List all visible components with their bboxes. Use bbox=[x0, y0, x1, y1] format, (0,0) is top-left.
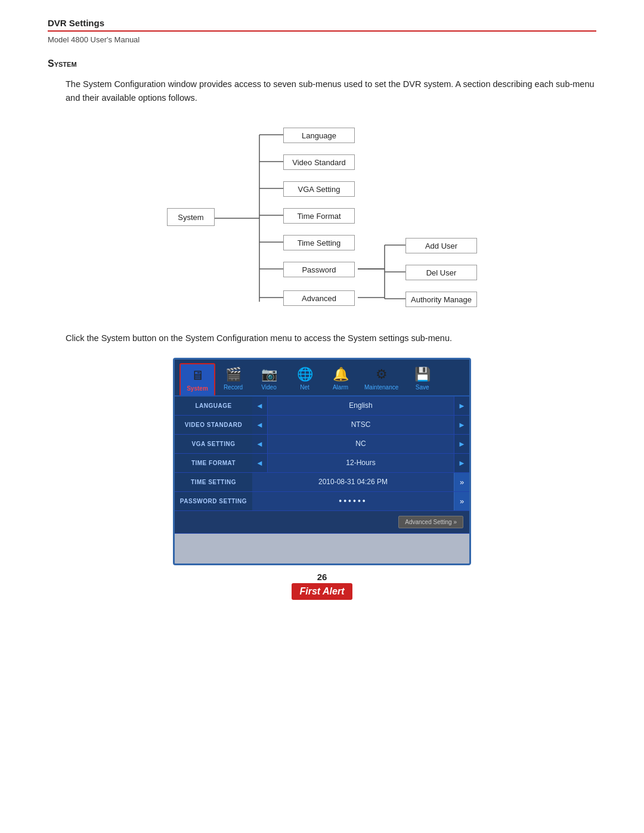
section-heading: System bbox=[48, 58, 596, 69]
dvr-screenshot: 🖥 System 🎬 Record 📷 Video 🌐 Net 🔔 bbox=[48, 358, 596, 565]
value-time-format: 12-Hours bbox=[268, 454, 454, 472]
value-vga-setting: NC bbox=[268, 435, 454, 453]
diagram-subitem-add-user: Add User bbox=[405, 238, 477, 253]
header-title: DVR Settings bbox=[48, 18, 596, 28]
value-language: English bbox=[268, 397, 454, 415]
alarm-icon: 🔔 bbox=[330, 366, 351, 383]
diagram-item-advanced: Advanced bbox=[283, 290, 355, 306]
language-left-arrow[interactable]: ◄ bbox=[252, 397, 268, 415]
nav-video-label: Video bbox=[261, 384, 276, 391]
time-format-right-arrow[interactable]: ► bbox=[454, 454, 469, 472]
row-language: LANGUAGE ◄ English ► bbox=[175, 397, 469, 416]
maintenance-icon: ⚙ bbox=[371, 366, 392, 383]
label-vga-setting: VGA SETTING bbox=[175, 435, 252, 453]
system-icon: 🖥 bbox=[187, 367, 208, 385]
value-time-setting: 2010-08-31 04:26 PM bbox=[252, 473, 454, 491]
net-icon: 🌐 bbox=[294, 366, 315, 383]
nav-save-label: Save bbox=[416, 384, 429, 391]
diagram-item-time-format: Time Format bbox=[283, 208, 355, 224]
diagram-item-vga-setting: VGA Setting bbox=[283, 181, 355, 197]
language-right-arrow[interactable]: ► bbox=[454, 397, 469, 415]
nav-system[interactable]: 🖥 System bbox=[179, 363, 215, 395]
diagram-subitem-del-user: Del User bbox=[405, 265, 477, 280]
nav-maintenance-label: Maintenance bbox=[364, 384, 398, 391]
record-icon: 🎬 bbox=[222, 366, 244, 383]
row-password-setting: PASSWORD SETTING •••••• » bbox=[175, 492, 469, 511]
diagram: System Language Video Standard VGA Setti… bbox=[155, 123, 489, 314]
dvr-empty-row bbox=[175, 534, 469, 563]
nav-video[interactable]: 📷 Video bbox=[251, 363, 287, 395]
nav-alarm[interactable]: 🔔 Alarm bbox=[323, 363, 358, 395]
video-standard-right-arrow[interactable]: ► bbox=[454, 416, 469, 434]
video-icon: 📷 bbox=[258, 366, 280, 383]
label-video-standard: VIDEO STANDARD bbox=[175, 416, 252, 434]
password-double-arrow[interactable]: » bbox=[454, 492, 469, 510]
diagram-item-video-standard: Video Standard bbox=[283, 154, 355, 170]
vga-setting-left-arrow[interactable]: ◄ bbox=[252, 435, 268, 453]
label-time-setting: TIME SETTING bbox=[175, 473, 252, 491]
video-standard-left-arrow[interactable]: ◄ bbox=[252, 416, 268, 434]
intro-text: The System Configuration window provides… bbox=[66, 78, 596, 105]
diagram-item-password: Password bbox=[283, 262, 355, 277]
nav-net[interactable]: 🌐 Net bbox=[287, 363, 323, 395]
value-password-setting: •••••• bbox=[252, 492, 454, 510]
diagram-container: System Language Video Standard VGA Setti… bbox=[48, 123, 596, 314]
vga-setting-right-arrow[interactable]: ► bbox=[454, 435, 469, 453]
label-language: LANGUAGE bbox=[175, 397, 252, 415]
time-setting-double-arrow[interactable]: » bbox=[454, 473, 469, 491]
row-time-setting: TIME SETTING 2010-08-31 04:26 PM » bbox=[175, 473, 469, 492]
label-time-format: TIME FORMAT bbox=[175, 454, 252, 472]
row-time-format: TIME FORMAT ◄ 12-Hours ► bbox=[175, 454, 469, 473]
nav-record[interactable]: 🎬 Record bbox=[215, 363, 251, 395]
first-alert-logo: First Alert bbox=[292, 583, 353, 600]
password-dots: •••••• bbox=[339, 496, 367, 506]
header-section: DVR Settings bbox=[48, 18, 596, 32]
diagram-system: System bbox=[167, 208, 215, 226]
nav-system-label: System bbox=[187, 385, 208, 392]
save-icon: 💾 bbox=[411, 366, 433, 383]
body-text: Click the System button on the System Co… bbox=[66, 332, 596, 345]
label-password-setting: PASSWORD SETTING bbox=[175, 492, 252, 510]
nav-maintenance[interactable]: ⚙ Maintenance bbox=[358, 363, 404, 395]
nav-record-label: Record bbox=[224, 384, 243, 391]
dvr-ui: 🖥 System 🎬 Record 📷 Video 🌐 Net 🔔 bbox=[173, 358, 471, 565]
diagram-item-time-setting: Time Setting bbox=[283, 235, 355, 250]
time-format-left-arrow[interactable]: ◄ bbox=[252, 454, 268, 472]
subtitle: Model 4800 User's Manual bbox=[48, 35, 596, 44]
diagram-subitem-authority: Authority Manage bbox=[405, 292, 477, 307]
row-video-standard: VIDEO STANDARD ◄ NTSC ► bbox=[175, 416, 469, 435]
value-video-standard: NTSC bbox=[268, 416, 454, 434]
advanced-setting-row: Advanced Setting » bbox=[175, 511, 469, 534]
dvr-settings: LANGUAGE ◄ English ► VIDEO STANDARD ◄ NT… bbox=[175, 397, 469, 563]
nav-save[interactable]: 💾 Save bbox=[404, 363, 440, 395]
nav-net-label: Net bbox=[300, 384, 309, 391]
row-vga-setting: VGA SETTING ◄ NC ► bbox=[175, 435, 469, 454]
nav-alarm-label: Alarm bbox=[333, 384, 348, 391]
page-number: 26 bbox=[317, 572, 327, 582]
diagram-item-language: Language bbox=[283, 128, 355, 143]
advanced-setting-button[interactable]: Advanced Setting » bbox=[398, 516, 463, 528]
dvr-nav: 🖥 System 🎬 Record 📷 Video 🌐 Net 🔔 bbox=[175, 360, 469, 397]
